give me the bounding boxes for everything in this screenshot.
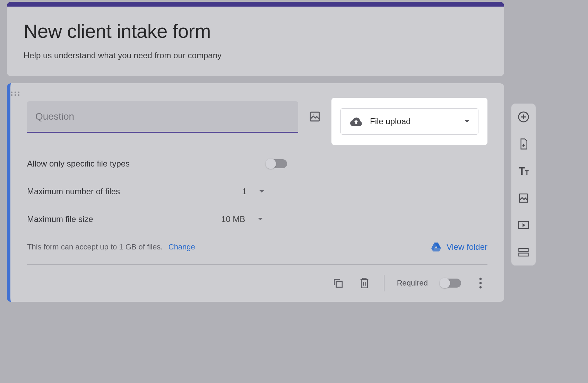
form-description[interactable]: Help us understand what you need from ou… (24, 51, 487, 60)
svg-point-0 (11, 92, 12, 93)
allow-file-types-row: Allow only specific file types (27, 159, 487, 169)
form-title[interactable]: New client intake form (24, 20, 487, 42)
question-input[interactable] (27, 101, 298, 133)
svg-rect-15 (519, 248, 528, 252)
max-size-label: Maximum file size (27, 214, 207, 224)
add-section-button[interactable] (517, 245, 530, 259)
max-files-row: Maximum number of files 1 (27, 187, 487, 196)
allow-file-types-toggle[interactable] (266, 159, 287, 168)
side-toolbar (511, 103, 536, 266)
question-card: File upload Allow only specific file typ… (7, 83, 504, 302)
allow-file-types-label: Allow only specific file types (27, 159, 207, 169)
add-image-button-toolbar[interactable] (517, 191, 530, 205)
svg-point-4 (15, 94, 16, 96)
form-header-card: New client intake form Help us understan… (7, 2, 504, 76)
question-type-dropdown[interactable]: File upload (340, 108, 478, 135)
more-options-button[interactable] (474, 276, 487, 290)
vertical-divider (384, 275, 384, 291)
chevron-down-icon (464, 120, 470, 123)
duplicate-button[interactable] (331, 276, 345, 290)
delete-button[interactable] (357, 276, 371, 290)
max-size-select[interactable]: 10 MB (221, 214, 263, 224)
add-question-button[interactable] (517, 110, 530, 124)
cloud-upload-icon (349, 116, 363, 127)
required-toggle[interactable] (440, 279, 461, 288)
storage-info-text: This form can accept up to 1 GB of files… (27, 242, 163, 251)
svg-point-3 (11, 94, 12, 96)
drive-icon (431, 242, 442, 252)
svg-point-7 (313, 114, 313, 115)
max-size-value: 10 MB (221, 214, 245, 224)
svg-point-11 (479, 286, 482, 288)
add-title-button[interactable] (517, 164, 530, 178)
max-files-value: 1 (242, 187, 247, 196)
svg-rect-13 (519, 194, 528, 202)
change-storage-link[interactable]: Change (168, 242, 195, 251)
chevron-down-icon (258, 218, 263, 221)
svg-point-10 (479, 282, 482, 284)
svg-point-5 (18, 94, 19, 96)
svg-rect-6 (310, 112, 319, 121)
required-label: Required (397, 279, 428, 288)
import-questions-button[interactable] (517, 137, 530, 151)
add-video-button[interactable] (517, 218, 530, 232)
svg-point-9 (479, 278, 482, 280)
svg-point-2 (18, 92, 19, 93)
max-size-row: Maximum file size 10 MB (27, 214, 487, 224)
add-image-button[interactable] (306, 108, 323, 125)
svg-rect-8 (336, 281, 342, 287)
question-type-highlight: File upload (331, 98, 487, 145)
chevron-down-icon (259, 190, 265, 193)
svg-point-1 (15, 92, 16, 93)
svg-rect-16 (519, 253, 528, 256)
max-files-select[interactable]: 1 (242, 187, 265, 196)
question-type-label: File upload (370, 117, 457, 126)
view-folder-link[interactable]: View folder (431, 242, 487, 252)
view-folder-label: View folder (447, 242, 487, 252)
max-files-label: Maximum number of files (27, 187, 207, 196)
